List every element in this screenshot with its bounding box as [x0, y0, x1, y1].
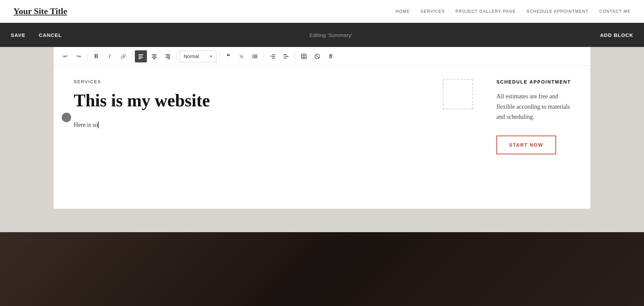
svg-rect-17: [254, 57, 257, 58]
svg-rect-16: [254, 56, 257, 57]
indent-button[interactable]: [280, 50, 292, 62]
remove-format-button[interactable]: [311, 50, 323, 62]
site-nav: HOME SERVICES PROJECT GALLERY PAGE SCHED…: [396, 9, 631, 14]
table-button[interactable]: [298, 50, 310, 62]
italic-icon: [109, 53, 110, 59]
svg-rect-6: [152, 57, 157, 58]
blockquote-button[interactable]: ❝: [222, 50, 234, 62]
bold-icon: [94, 53, 98, 59]
svg-rect-18: [272, 54, 275, 55]
half-icon: ½: [239, 54, 244, 59]
text-cursor: [98, 121, 99, 128]
content-sidebar: SCHEDULE APPOINTMENT All estimates are f…: [490, 66, 590, 209]
site-title: Your Site Title: [13, 6, 67, 16]
image-placeholder[interactable]: [443, 79, 473, 109]
quote-icon: ❝: [226, 53, 230, 60]
svg-rect-7: [153, 58, 156, 59]
chevron-down-icon: ▾: [210, 54, 212, 59]
formatting-toolbar: Normal ▾ ❝ ½: [54, 47, 590, 66]
svg-rect-8: [165, 54, 170, 55]
align-right-icon: [165, 54, 170, 59]
svg-rect-24: [284, 58, 287, 58]
svg-marker-21: [270, 55, 271, 57]
svg-point-13: [253, 56, 254, 57]
align-left-icon: [138, 54, 144, 59]
undo-button[interactable]: [59, 50, 71, 62]
outdent-icon: [270, 54, 275, 59]
style-dropdown[interactable]: Normal ▾: [179, 50, 216, 62]
svg-rect-9: [167, 56, 170, 56]
site-header: Your Site Title HOME SERVICES PROJECT GA…: [0, 0, 644, 23]
svg-rect-0: [139, 54, 143, 55]
editor-area: Normal ▾ ❝ ½: [54, 47, 590, 209]
align-left-button[interactable]: [135, 50, 147, 62]
no-format-icon: [315, 54, 320, 59]
italic-button[interactable]: [104, 50, 116, 62]
svg-rect-4: [152, 54, 157, 55]
nav-contact: CONTACT ME: [599, 9, 631, 14]
svg-point-14: [253, 57, 254, 58]
sidebar-heading: SCHEDULE APPOINTMENT: [496, 79, 577, 85]
outdent-button[interactable]: [267, 50, 279, 62]
nav-gallery: PROJECT GALLERY PAGE: [455, 9, 516, 14]
svg-rect-32: [330, 55, 332, 58]
separator-5: [264, 52, 264, 60]
nav-services: SERVICES: [421, 9, 445, 14]
svg-rect-11: [167, 58, 170, 59]
svg-rect-1: [139, 56, 142, 56]
bullet-list-icon: [252, 54, 258, 59]
separator-6: [295, 52, 295, 60]
sidebar-text: All estimates are free and flexible acco…: [496, 91, 577, 122]
main-heading: This is my website: [74, 91, 473, 110]
editing-title: Editing 'Summary': [62, 32, 600, 38]
link-button[interactable]: [117, 50, 129, 62]
svg-rect-5: [153, 56, 156, 56]
svg-rect-23: [285, 56, 288, 57]
drag-handle[interactable]: [62, 113, 71, 122]
delete-block-button[interactable]: [325, 50, 337, 62]
svg-rect-20: [272, 58, 275, 58]
editor-bar: SAVE CANCEL Editing 'Summary' ADD BLOCK: [0, 23, 644, 47]
table-icon: [301, 54, 307, 59]
bold-button[interactable]: [90, 50, 102, 62]
svg-rect-22: [284, 54, 287, 55]
align-center-icon: [152, 54, 157, 59]
nav-schedule: SCHEDULE APPOINTMENT: [527, 9, 589, 14]
align-center-button[interactable]: [148, 50, 160, 62]
svg-rect-10: [165, 57, 170, 58]
indent-icon: [283, 54, 289, 59]
separator-3: [176, 52, 177, 60]
start-now-button[interactable]: START NOW: [496, 136, 556, 154]
svg-rect-15: [254, 55, 257, 55]
add-block-button[interactable]: ADD BLOCK: [600, 32, 633, 38]
svg-marker-25: [284, 55, 285, 57]
bottom-texture: [0, 232, 644, 306]
cancel-button[interactable]: CANCEL: [39, 32, 62, 38]
separator-4: [219, 52, 219, 60]
style-dropdown-value: Normal: [184, 54, 199, 59]
bullet-list-button[interactable]: [249, 50, 261, 62]
align-right-button[interactable]: [162, 50, 174, 62]
undo-icon: [63, 53, 67, 59]
svg-rect-2: [139, 57, 143, 58]
half-button[interactable]: ½: [235, 50, 248, 62]
svg-point-12: [253, 54, 254, 55]
svg-rect-3: [139, 58, 141, 59]
save-button[interactable]: SAVE: [11, 32, 25, 38]
body-text-content: Here is so: [74, 121, 98, 128]
redo-icon: [76, 53, 81, 59]
svg-rect-19: [272, 56, 275, 57]
nav-home: HOME: [396, 9, 410, 14]
services-label: SERVICES: [74, 79, 473, 84]
body-text[interactable]: Here is so: [74, 120, 473, 130]
trash-icon: [328, 54, 333, 59]
content-area: SERVICES This is my website Here is so S…: [54, 66, 590, 209]
separator-2: [132, 52, 132, 60]
svg-line-31: [316, 55, 319, 58]
link-icon: [120, 53, 126, 59]
content-left: SERVICES This is my website Here is so: [54, 66, 490, 209]
bottom-image-strip: [0, 232, 644, 306]
separator-1: [87, 52, 88, 60]
redo-button[interactable]: [72, 50, 85, 62]
